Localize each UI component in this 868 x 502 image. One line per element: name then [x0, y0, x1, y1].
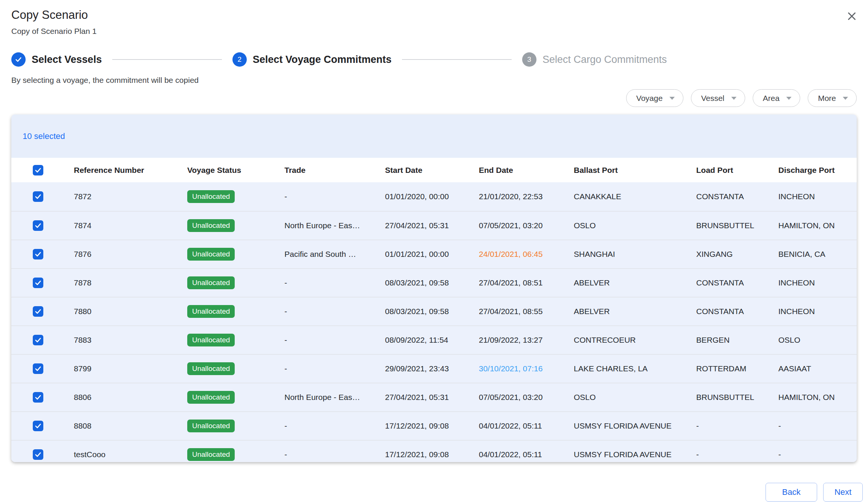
row-checkbox[interactable]	[33, 220, 43, 231]
row-checkbox-cell	[11, 278, 74, 288]
cell-load-port: ROTTERDAM	[696, 364, 778, 373]
row-checkbox[interactable]	[33, 278, 43, 288]
table-row[interactable]: 7878Unallocated-08/03/2021, 09:5827/04/2…	[11, 268, 857, 297]
filter-area[interactable]: Area	[753, 89, 800, 107]
cell-discharge-port: AASIAAT	[778, 364, 857, 373]
cell-reference: 7872	[74, 192, 187, 201]
cell-voyage-status: Unallocated	[187, 362, 284, 375]
cell-load-port: CONSTANTA	[696, 192, 778, 201]
step-number-badge: 2	[232, 52, 247, 67]
cell-ballast-port: ABELVER	[574, 307, 696, 316]
filter-voyage[interactable]: Voyage	[626, 89, 683, 107]
row-checkbox[interactable]	[33, 306, 43, 317]
cell-discharge-port: INCHEON	[778, 278, 857, 287]
cell-reference: 7874	[74, 221, 187, 230]
row-checkbox[interactable]	[33, 392, 43, 403]
chevron-down-icon	[786, 97, 792, 100]
cell-end-date: 07/05/2021, 03:20	[479, 393, 574, 402]
cell-voyage-status: Unallocated	[187, 391, 284, 404]
column-header-ballast-port: Ballast Port	[574, 166, 696, 175]
cell-voyage-status: Unallocated	[187, 276, 284, 289]
status-badge: Unallocated	[187, 248, 235, 261]
selection-banner: 10 selected	[11, 114, 857, 158]
chevron-down-icon	[843, 97, 848, 100]
row-checkbox-cell	[11, 249, 74, 259]
cell-end-date: 21/01/2020, 22:53	[479, 192, 574, 201]
cell-load-port: -	[696, 450, 778, 459]
step-label: Select Voyage Commitments	[253, 54, 392, 66]
select-all-checkbox[interactable]	[33, 165, 43, 175]
cell-start-date: 08/03/2021, 09:58	[385, 307, 479, 316]
table-row[interactable]: testCoooUnallocated-17/12/2021, 09:0804/…	[11, 440, 857, 462]
cell-start-date: 17/12/2021, 09:08	[385, 450, 479, 459]
cell-end-date: 27/04/2021, 08:51	[479, 278, 574, 287]
step-connector	[112, 59, 222, 60]
close-button[interactable]	[843, 8, 860, 25]
selection-count: 10 selected	[23, 131, 65, 141]
status-badge: Unallocated	[187, 190, 235, 203]
stepper: Select Vessels2Select Voyage Commitments…	[11, 52, 667, 67]
row-checkbox[interactable]	[33, 335, 43, 345]
filter-more[interactable]: More	[808, 89, 857, 107]
row-checkbox[interactable]	[33, 363, 43, 374]
step-select-cargo-commitments[interactable]: 3Select Cargo Commitments	[522, 52, 667, 67]
column-header-reference-number: Reference Number	[74, 166, 187, 175]
table-row[interactable]: 7883Unallocated-08/09/2022, 11:5421/09/2…	[11, 325, 857, 354]
cell-discharge-port: OSLO	[778, 336, 857, 345]
cell-start-date: 27/04/2021, 05:31	[385, 393, 479, 402]
cell-trade: North Europe - Eas…	[284, 393, 385, 402]
row-checkbox-cell	[11, 363, 74, 374]
table-row[interactable]: 8799Unallocated-29/09/2021, 23:4330/10/2…	[11, 354, 857, 383]
cell-load-port: -	[696, 421, 778, 430]
column-header-voyage-status: Voyage Status	[187, 166, 284, 175]
cell-trade: -	[284, 450, 385, 459]
cell-voyage-status: Unallocated	[187, 448, 284, 461]
row-checkbox[interactable]	[33, 191, 43, 202]
cell-discharge-port: HAMILTON, ON	[778, 221, 857, 230]
step-select-vessels[interactable]: Select Vessels	[11, 52, 102, 67]
cell-start-date: 29/09/2021, 23:43	[385, 364, 479, 373]
status-badge: Unallocated	[187, 305, 235, 318]
cell-discharge-port: BENICIA, CA	[778, 250, 857, 259]
cell-reference: 7878	[74, 278, 187, 287]
table-row[interactable]: 8808Unallocated-17/12/2021, 09:0804/01/2…	[11, 411, 857, 440]
filter-vessel[interactable]: Vessel	[691, 89, 745, 107]
copy-scenario-dialog: Copy Scenario Copy of Scenario Plan 1 Se…	[0, 0, 868, 502]
cell-ballast-port: USMSY FLORIDA AVENUE	[574, 421, 696, 430]
cell-start-date: 17/12/2021, 09:08	[385, 421, 479, 430]
cell-load-port: CONSTANTA	[696, 307, 778, 316]
cell-end-date: 04/01/2022, 05:11	[479, 421, 574, 430]
cell-load-port: BRUNSBUTTEL	[696, 221, 778, 230]
row-checkbox[interactable]	[33, 449, 43, 460]
table-row[interactable]: 7876UnallocatedPacific and South …01/01/…	[11, 240, 857, 268]
table-row[interactable]: 7872Unallocated-01/01/2020, 00:0021/01/2…	[11, 182, 857, 211]
cell-start-date: 08/03/2021, 09:58	[385, 278, 479, 287]
row-checkbox-cell	[11, 220, 74, 231]
column-header-load-port: Load Port	[696, 166, 778, 175]
step-select-voyage-commitments[interactable]: 2Select Voyage Commitments	[232, 52, 392, 67]
cell-reference: 7876	[74, 250, 187, 259]
cell-discharge-port: INCHEON	[778, 192, 857, 201]
cell-reference: testCooo	[74, 450, 187, 459]
row-checkbox-cell	[11, 392, 74, 403]
filter-label: Vessel	[701, 94, 724, 103]
column-header-discharge-port: Discharge Port	[778, 166, 857, 175]
table-row[interactable]: 8806UnallocatedNorth Europe - Eas…27/04/…	[11, 383, 857, 411]
cell-start-date: 27/04/2021, 05:31	[385, 221, 479, 230]
cell-ballast-port: USMSY FLORIDA AVENUE	[574, 450, 696, 459]
row-checkbox[interactable]	[33, 421, 43, 431]
next-button[interactable]: Next	[823, 483, 863, 502]
status-badge: Unallocated	[187, 362, 235, 375]
row-checkbox[interactable]	[33, 249, 43, 259]
status-badge: Unallocated	[187, 219, 235, 232]
table-row[interactable]: 7874UnallocatedNorth Europe - Eas…27/04/…	[11, 211, 857, 240]
cell-trade: -	[284, 336, 385, 345]
cell-reference: 7880	[74, 307, 187, 316]
cell-voyage-status: Unallocated	[187, 420, 284, 432]
cell-ballast-port: OSLO	[574, 221, 696, 230]
cell-reference: 7883	[74, 336, 187, 345]
cell-ballast-port: CONTRECOEUR	[574, 336, 696, 345]
back-button[interactable]: Back	[766, 483, 817, 502]
table-row[interactable]: 7880Unallocated-08/03/2021, 09:5827/04/2…	[11, 297, 857, 325]
cell-ballast-port: LAKE CHARLES, LA	[574, 364, 696, 373]
